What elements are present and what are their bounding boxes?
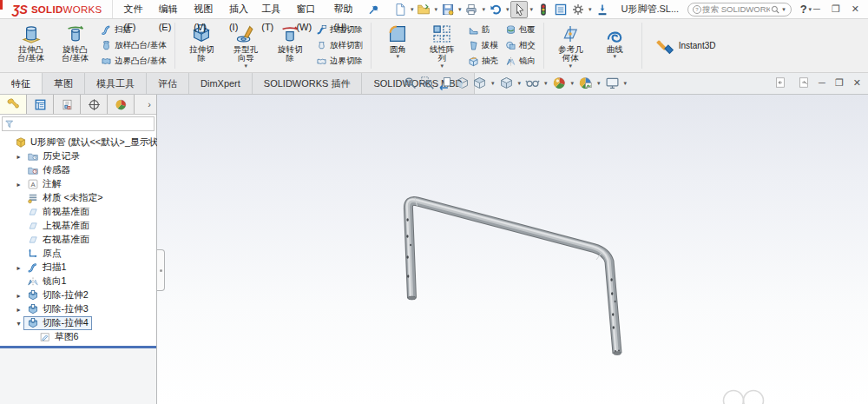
tree-expand-arrow[interactable]: ▸	[14, 264, 23, 272]
previous-view-button[interactable]	[437, 76, 452, 90]
menu-item[interactable]: 工具(T)	[256, 0, 291, 18]
zoom-area-button[interactable]	[420, 76, 435, 90]
ribbon-button[interactable]: 放样凸台/基体	[98, 38, 169, 53]
ribbon-button[interactable]: 边界凸台/基体	[98, 54, 169, 69]
display-style-button[interactable]	[499, 76, 514, 90]
view-orientation-button[interactable]	[472, 76, 487, 90]
tree-item[interactable]: U形脚管 (默认<<默认>_显示状态 1>)	[0, 136, 156, 149]
ribbon-dropdown-arrow[interactable]: ▾	[613, 54, 616, 59]
ribbon-dropdown-arrow[interactable]: ▾	[440, 63, 444, 69]
tree-item[interactable]: ▸切除-拉伸2	[0, 288, 156, 302]
tab-commandmanager[interactable]: SOLIDWORKS 插件	[253, 73, 363, 94]
ribbon-button[interactable]: 镜向	[503, 54, 538, 69]
save-dropdown-arrow[interactable]: ▾	[457, 6, 464, 13]
tab-active-commandmanager[interactable]: 特征	[0, 73, 43, 94]
tab-commandmanager[interactable]: DimXpert	[189, 73, 253, 94]
view-orientation-dropdown-arrow[interactable]: ▾	[490, 80, 496, 87]
menu-item[interactable]: 帮助(H)	[328, 0, 364, 18]
help-button[interactable]: ?	[800, 3, 807, 16]
tree-expand-arrow[interactable]: ▸	[14, 153, 23, 161]
tree-item[interactable]: 草图6	[0, 330, 156, 344]
tree-item[interactable]: 上视基准面	[0, 219, 156, 233]
menu-item[interactable]: 编辑(E)	[154, 0, 189, 18]
tree-item[interactable]: ▸历史记录	[0, 149, 156, 163]
apply-scene-dropdown-arrow[interactable]: ▾	[595, 80, 602, 87]
minimize-button-icon[interactable]: ─	[813, 4, 820, 14]
tree-expand-arrow[interactable]: ▸	[14, 292, 23, 300]
search-options-arrow[interactable]: ▾	[780, 6, 787, 13]
apply-scene-button[interactable]	[578, 76, 593, 90]
select-cursor-button[interactable]	[510, 1, 528, 18]
ribbon-button[interactable]: 圆角▾	[377, 21, 419, 71]
tab-commandmanager[interactable]: 草图	[43, 73, 85, 94]
menu-item[interactable]: 插入(I)	[224, 0, 256, 18]
pin-menu-icon[interactable]	[368, 3, 379, 17]
tree-item[interactable]: ▸扫描1	[0, 261, 156, 275]
ribbon-dropdown-arrow[interactable]: ▾	[569, 63, 572, 69]
close-button-icon[interactable]: ✕	[852, 4, 859, 14]
ribbon-button[interactable]: 相交	[503, 38, 538, 53]
new-document-button[interactable]	[391, 1, 409, 18]
ribbon-button[interactable]: 边界切除	[313, 54, 365, 69]
tree-item[interactable]: 右视基准面	[0, 233, 156, 247]
tree-filter-input[interactable]	[15, 119, 152, 129]
tab-commandmanager[interactable]: 评估	[147, 73, 189, 94]
menu-item[interactable]: 视图(V)	[188, 0, 224, 18]
panel-tabs-expand-arrow[interactable]: ›	[135, 95, 156, 114]
zoom-fit-button[interactable]	[403, 76, 418, 90]
help-dropdown-arrow[interactable]: ▾	[807, 6, 814, 13]
ribbon-button[interactable]: 旋转凸 台/基体	[54, 21, 96, 71]
tree-item[interactable]: ▸A注解	[0, 177, 156, 191]
ribbon-button[interactable]: 抽壳	[465, 54, 501, 69]
graphics-area[interactable]	[157, 95, 868, 404]
tree-expand-arrow[interactable]: ▾	[14, 320, 23, 328]
section-view-button[interactable]	[455, 76, 470, 90]
search-magnifier-icon[interactable]	[770, 4, 780, 15]
options-gear-button[interactable]	[569, 1, 587, 18]
tree-item[interactable]: 材质 <未指定>	[0, 191, 156, 205]
ribbon-button[interactable]: 包覆	[503, 23, 538, 37]
open-folder-dropdown-arrow[interactable]: ▾	[432, 6, 439, 13]
tree-expand-arrow[interactable]: ▸	[14, 306, 23, 314]
view-settings-button[interactable]	[605, 76, 620, 90]
edit-appearance-button[interactable]	[552, 76, 567, 90]
undo-button[interactable]	[487, 1, 504, 18]
measure-tool-button[interactable]	[594, 1, 611, 18]
previous-document-icon[interactable]	[775, 76, 787, 89]
model-3d-u-tube[interactable]	[157, 95, 867, 404]
tree-item[interactable]: 前视基准面	[0, 205, 156, 219]
tree-item[interactable]: 镜向1	[0, 275, 156, 288]
tree-item[interactable]: 原点	[0, 247, 156, 261]
view-settings-dropdown-arrow[interactable]: ▾	[622, 80, 629, 87]
edit-appearance-dropdown-arrow[interactable]: ▾	[569, 80, 576, 87]
tab-commandmanager[interactable]: 模具工具	[85, 73, 147, 94]
restore-button-icon[interactable]: ❐	[832, 4, 840, 14]
ribbon-button[interactable]: 放样切割	[313, 38, 365, 53]
ribbon-dropdown-arrow[interactable]: ▾	[396, 54, 399, 59]
panel-tab-featuremanager[interactable]	[0, 95, 27, 114]
file-properties-button[interactable]	[552, 1, 569, 18]
display-style-dropdown-arrow[interactable]: ▾	[516, 80, 523, 87]
rebuild-traffic-light-button[interactable]	[535, 1, 552, 18]
select-cursor-dropdown-arrow[interactable]: ▾	[528, 6, 535, 13]
ribbon-button[interactable]: 线性阵 列▾	[421, 21, 464, 71]
ribbon-button[interactable]: 参考几 何体▾	[549, 21, 592, 71]
tree-item[interactable]: 传感器	[0, 163, 156, 177]
undo-dropdown-arrow[interactable]: ▾	[504, 6, 511, 13]
doc-restore-icon[interactable]: ❐	[835, 78, 844, 88]
doc-close-icon[interactable]: ✕	[853, 78, 861, 88]
tree-item[interactable]: ▸切除-拉伸3	[0, 302, 156, 316]
next-document-icon[interactable]	[797, 76, 809, 89]
panel-tab-configurationmanager[interactable]	[54, 95, 81, 114]
options-gear-dropdown-arrow[interactable]: ▾	[587, 6, 594, 13]
ribbon-dropdown-arrow[interactable]: ▾	[244, 63, 247, 69]
tree-item[interactable]: ▾切除-拉伸4	[0, 316, 156, 330]
ribbon-button[interactable]: 拔模	[465, 38, 501, 53]
panel-tab-dimxpertmanager[interactable]	[81, 95, 108, 114]
hide-show-items-dropdown-arrow[interactable]: ▾	[542, 80, 549, 87]
save-button[interactable]	[439, 1, 457, 18]
ribbon-button[interactable]: 筋	[465, 23, 501, 37]
open-folder-button[interactable]	[415, 1, 432, 18]
new-document-dropdown-arrow[interactable]: ▾	[409, 6, 416, 13]
ribbon-button[interactable]: 拉伸凸 台/基体	[10, 21, 52, 71]
